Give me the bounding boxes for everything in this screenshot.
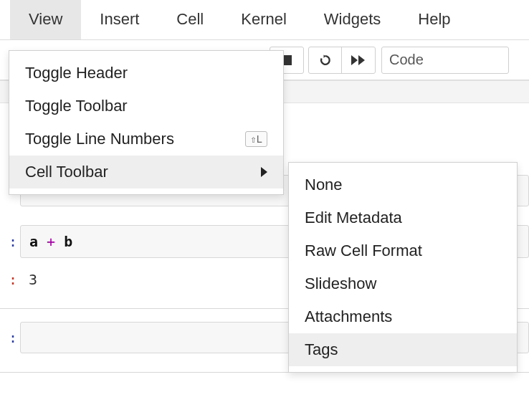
menuitem-label: Tags	[305, 340, 501, 359]
view-dropdown: Toggle Header Toggle Toolbar Toggle Line…	[9, 50, 284, 195]
menuitem-label: None	[305, 176, 501, 194]
submenu-item-slideshow[interactable]: Slideshow	[289, 267, 517, 300]
input-prompt: :	[0, 329, 20, 346]
fast-forward-icon	[351, 54, 366, 66]
menuitem-toggle-header[interactable]: Toggle Header	[9, 57, 283, 90]
submenu-arrow-icon	[261, 167, 267, 177]
menu-kernel[interactable]: Kernel	[222, 0, 305, 39]
menuitem-label: Slideshow	[305, 275, 501, 293]
menu-help[interactable]: Help	[399, 0, 469, 39]
menuitem-label: Attachments	[305, 307, 501, 326]
submenu-item-raw-cell-format[interactable]: Raw Cell Format	[289, 234, 517, 267]
menuitem-label: Toggle Toolbar	[25, 97, 267, 115]
toolbar-btn-group-kernel	[308, 47, 376, 74]
submenu-item-attachments[interactable]: Attachments	[289, 300, 517, 333]
menu-widgets[interactable]: Widgets	[305, 0, 399, 39]
menuitem-toggle-toolbar[interactable]: Toggle Toolbar	[9, 90, 283, 123]
menu-cell[interactable]: Cell	[158, 0, 222, 39]
menuitem-cell-toolbar[interactable]: Cell Toolbar	[9, 156, 283, 188]
celltype-select[interactable]: Code	[381, 47, 509, 74]
submenu-item-none[interactable]: None	[289, 168, 517, 201]
restart-button[interactable]	[309, 47, 342, 73]
menu-insert[interactable]: Insert	[81, 0, 158, 39]
code-token-var: a	[29, 233, 38, 250]
restart-icon	[318, 53, 333, 67]
menuitem-label: Cell Toolbar	[25, 163, 255, 181]
menuitem-label: Toggle Line Numbers	[25, 130, 239, 148]
restart-run-all-button[interactable]	[342, 47, 375, 73]
menuitem-label: Toggle Header	[25, 64, 267, 82]
submenu-item-tags[interactable]: Tags	[289, 333, 517, 366]
submenu-item-edit-metadata[interactable]: Edit Metadata	[289, 201, 517, 234]
cell-toolbar-submenu: None Edit Metadata Raw Cell Format Slide…	[288, 162, 518, 373]
code-token-var: b	[64, 233, 72, 250]
output-prompt: :	[0, 271, 20, 288]
menuitem-label: Raw Cell Format	[305, 242, 501, 260]
input-prompt: :	[0, 233, 20, 250]
code-token-op: +	[47, 233, 55, 250]
keyboard-shortcut: ⇧L	[245, 131, 267, 147]
menuitem-toggle-line-numbers[interactable]: Toggle Line Numbers ⇧L	[9, 123, 283, 156]
menu-view[interactable]: View	[10, 0, 81, 39]
menuitem-label: Edit Metadata	[305, 209, 501, 227]
menubar: View Insert Cell Kernel Widgets Help	[0, 0, 529, 40]
